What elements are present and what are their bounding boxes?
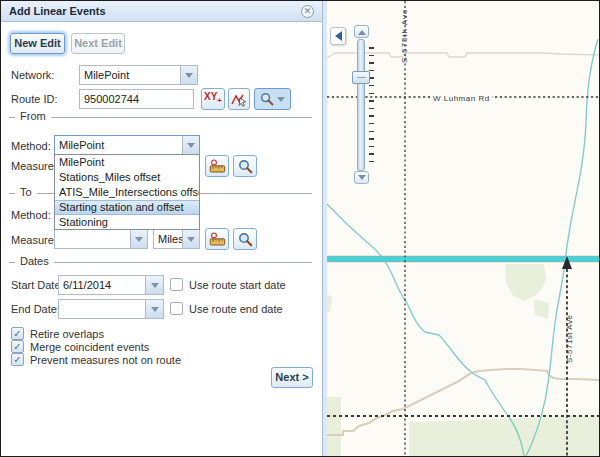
route-id-input[interactable]: 950002744 bbox=[79, 89, 194, 109]
end-date-label: End Date: bbox=[11, 303, 60, 315]
dropdown-option-highlighted[interactable]: Starting station and offset bbox=[55, 200, 199, 215]
method-dropdown-list: MilePoint Stations_Miles offset ATIS_Mil… bbox=[54, 154, 200, 230]
search-icon bbox=[238, 232, 253, 247]
dropdown-option[interactable]: Stationing bbox=[55, 215, 199, 230]
collapse-panel-button[interactable] bbox=[330, 27, 346, 45]
road-label-s-575th: S-575th Ave bbox=[400, 9, 409, 63]
road-label-w-luhman: W Luhman Rd bbox=[433, 94, 490, 103]
end-date-input[interactable] bbox=[58, 299, 146, 319]
zoom-slider-track[interactable] bbox=[357, 39, 365, 171]
map-viewport[interactable]: S-575th Ave W Luhman Rd S-571st Ave bbox=[327, 1, 599, 456]
retire-overlaps-checkbox[interactable]: ✓ bbox=[11, 327, 24, 340]
add-linear-events-panel: Add Linear Events ✕ New Edit Next Edit N… bbox=[1, 1, 323, 456]
prevent-measures-checkbox[interactable]: ✓ bbox=[11, 353, 24, 366]
use-route-end-date-checkbox[interactable] bbox=[170, 302, 183, 315]
to-measure-on-map-button[interactable] bbox=[205, 228, 229, 250]
to-measure-label: Measure: bbox=[11, 234, 57, 246]
zoom-out-button[interactable] bbox=[354, 171, 369, 184]
dropdown-option[interactable]: Stations_Miles offset bbox=[55, 170, 199, 185]
from-measure-label: Measure: bbox=[11, 160, 57, 172]
from-measure-on-map-button[interactable] bbox=[205, 155, 229, 177]
start-date-dropdown-button[interactable] bbox=[145, 275, 164, 295]
retire-overlaps-label: Retire overlaps bbox=[30, 328, 104, 340]
to-method-label: Method: bbox=[11, 209, 51, 221]
start-date-input[interactable]: 6/11/2014 bbox=[58, 275, 146, 295]
route-pointer-icon bbox=[231, 92, 247, 107]
dates-section-separator: Dates bbox=[9, 262, 312, 263]
from-section-separator: From bbox=[9, 117, 312, 118]
app-window: Add Linear Events ✕ New Edit Next Edit N… bbox=[0, 0, 600, 457]
select-route-on-map-button[interactable] bbox=[228, 88, 250, 110]
to-measure-combobox[interactable] bbox=[54, 229, 148, 249]
chevron-down-icon bbox=[358, 175, 366, 184]
chevron-down-icon[interactable] bbox=[182, 230, 199, 248]
ruler-icon bbox=[209, 232, 226, 247]
xy-coordinates-button[interactable]: XY+ bbox=[201, 88, 225, 110]
zoom-in-button[interactable] bbox=[354, 25, 369, 38]
chevron-down-icon bbox=[277, 97, 285, 106]
next-edit-button[interactable]: Next Edit bbox=[71, 33, 125, 54]
chevron-left-icon bbox=[330, 31, 342, 41]
xy-icon: XY+ bbox=[204, 92, 222, 106]
merge-coincident-events-label: Merge coincident events bbox=[30, 341, 149, 353]
to-units-combobox[interactable]: Miles bbox=[153, 229, 200, 249]
start-date-label: Start Date: bbox=[11, 279, 64, 291]
prevent-measures-label: Prevent measures not on route bbox=[30, 354, 181, 366]
network-label: Network: bbox=[11, 69, 54, 81]
dropdown-option[interactable]: ATIS_Mile_Intersections offset bbox=[55, 185, 199, 200]
new-edit-button[interactable]: New Edit bbox=[10, 33, 65, 54]
panel-header[interactable]: Add Linear Events ✕ bbox=[1, 1, 322, 22]
from-measure-search-button[interactable] bbox=[233, 155, 257, 177]
ruler-icon bbox=[209, 159, 226, 174]
chevron-down-icon[interactable] bbox=[182, 136, 199, 154]
zoom-slider-handle[interactable] bbox=[352, 71, 370, 84]
use-route-end-date-label: Use route end date bbox=[189, 303, 283, 315]
chevron-down-icon[interactable] bbox=[180, 66, 197, 84]
search-icon bbox=[260, 92, 274, 106]
from-method-label: Method: bbox=[11, 140, 51, 152]
use-route-start-date-label: Use route start date bbox=[189, 279, 286, 291]
from-method-combobox[interactable]: MilePoint bbox=[54, 135, 200, 155]
dropdown-option[interactable]: MilePoint bbox=[55, 155, 199, 170]
to-measure-search-button[interactable] bbox=[233, 228, 257, 250]
network-combobox[interactable]: MilePoint bbox=[79, 65, 198, 85]
route-id-label: Route ID: bbox=[11, 93, 57, 105]
road-label-s-571st: S-571st Ave bbox=[565, 314, 574, 363]
search-icon bbox=[238, 159, 253, 174]
chevron-down-icon[interactable] bbox=[130, 230, 147, 248]
use-route-start-date-checkbox[interactable] bbox=[170, 278, 183, 291]
merge-coincident-events-checkbox[interactable]: ✓ bbox=[11, 340, 24, 353]
map-background bbox=[327, 1, 599, 456]
map-canvas: S-575th Ave W Luhman Rd S-571st Ave bbox=[327, 1, 599, 456]
end-date-dropdown-button[interactable] bbox=[145, 299, 164, 319]
zoom-slider-ticks bbox=[369, 47, 374, 169]
panel-title: Add Linear Events bbox=[9, 5, 106, 17]
close-icon[interactable]: ✕ bbox=[301, 5, 314, 18]
next-button[interactable]: Next > bbox=[271, 367, 313, 388]
chevron-up-icon bbox=[358, 26, 366, 35]
route-search-split-button[interactable] bbox=[254, 88, 291, 110]
